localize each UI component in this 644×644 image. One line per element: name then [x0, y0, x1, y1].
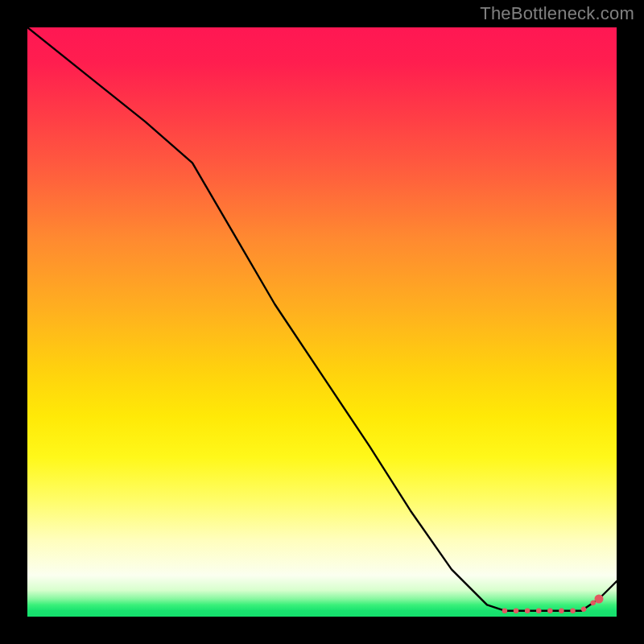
chart-svg: [27, 27, 617, 617]
bottleneck-curve: [27, 27, 617, 611]
optimal-end-dot: [595, 595, 604, 604]
plot-area: [27, 27, 617, 617]
watermark-text: TheBottleneck.com: [480, 3, 634, 24]
chart-frame: TheBottleneck.com: [0, 0, 644, 644]
optimal-range-dots: [505, 599, 599, 611]
